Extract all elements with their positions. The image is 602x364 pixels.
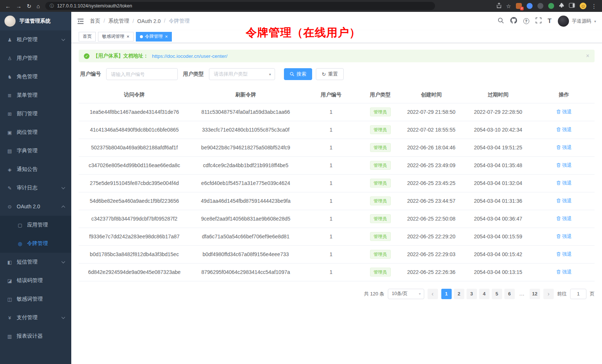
address-bar[interactable]: ⓘ 127.0.0.1:1024/system/oauth2/token (45, 2, 435, 10)
sidebar-menu-item[interactable]: ¥ 支付管理 (0, 308, 71, 327)
extension-badge-icon[interactable]: 0 (516, 3, 522, 9)
font-size-icon[interactable]: T (548, 17, 552, 25)
extensions-puzzle-icon[interactable] (559, 3, 564, 9)
menu-item-label: 部门管理 (17, 110, 37, 117)
menu-item-icon: ✎ (7, 185, 13, 191)
search-button[interactable]: 搜索 (284, 68, 312, 80)
page-number-button[interactable]: 2 (454, 289, 464, 299)
sidebar-menu-item[interactable]: ◪ 错误码管理 (0, 271, 71, 290)
menu-kebab-icon[interactable]: ⋮ (591, 3, 597, 9)
force-logout-button[interactable]: 强退 (556, 251, 572, 258)
page-number-button[interactable]: 4 (479, 289, 490, 299)
next-page-button[interactable]: › (543, 289, 554, 299)
user-type-select[interactable]: 请选择用户类型 ▾ (209, 68, 275, 80)
profile-avatar-icon[interactable]: ☺ (580, 3, 586, 9)
tab-close-icon[interactable]: × (165, 34, 168, 39)
reload-icon[interactable]: ↻ (27, 3, 32, 9)
tab-label: 首页 (83, 33, 92, 40)
sidebar-menu-item[interactable]: ◧ 短信管理 (0, 253, 71, 271)
sidebar-menu-item[interactable]: ⊞ 部门管理 (0, 105, 71, 123)
prev-page-button[interactable]: ‹ (428, 289, 438, 299)
sidebar-menu-item[interactable]: ♟ 租户管理 (0, 30, 71, 49)
user-menu[interactable]: 芋道源码 ▾ (558, 16, 596, 27)
created-time-cell: 2022-06-25 23:49:09 (400, 156, 463, 174)
user-type-badge: 管理员 (370, 107, 391, 116)
user-id-input[interactable] (106, 68, 178, 80)
forward-icon[interactable]: → (16, 3, 22, 9)
bookmark-star-icon[interactable]: ☆ (506, 3, 511, 9)
menu-item-label: 用户管理 (17, 55, 37, 62)
menu-item-icon: ♞ (7, 74, 13, 80)
total-count: 共 120 条 (364, 291, 385, 297)
doc-link[interactable]: https://doc.iocoder.cn/user-center/ (152, 53, 228, 59)
page-tab[interactable]: 首页 (79, 32, 96, 42)
fullscreen-icon[interactable] (536, 17, 542, 25)
page-tab[interactable]: 令牌管理 × (136, 32, 172, 42)
github-icon[interactable] (510, 17, 517, 25)
extension-green-icon[interactable] (548, 3, 554, 9)
chevron-icon (62, 186, 65, 189)
reset-button[interactable]: ↻ 重置 (316, 68, 344, 80)
success-check-icon: ✓ (84, 53, 89, 59)
side-panel-icon[interactable] (569, 3, 575, 9)
alert-close-icon[interactable]: × (586, 53, 589, 59)
page-number-button[interactable]: 3 (467, 289, 477, 299)
force-logout-button[interactable]: 强退 (556, 198, 572, 204)
extension-dark-icon[interactable] (537, 3, 543, 9)
breadcrumb-item[interactable]: 首页 (90, 18, 100, 24)
sidebar-menu-item[interactable]: ▣ 岗位管理 (0, 123, 71, 142)
force-logout-button[interactable]: 强退 (556, 162, 572, 169)
search-icon[interactable] (498, 17, 504, 25)
chevron-down-icon: ▾ (269, 72, 271, 76)
navbar-actions: ? T 芋道源码 ▾ (498, 16, 596, 27)
page-size-select[interactable]: 10条/页 ▾ (388, 289, 424, 299)
table-header-cell: 过期时间 (463, 87, 533, 103)
goto-page-input[interactable] (570, 289, 586, 299)
breadcrumb: 首页 系统管理 OAuth 2.0 令牌管理 (90, 18, 190, 24)
collapse-sidebar-icon[interactable] (77, 19, 84, 24)
extension-blue-icon[interactable] (527, 3, 533, 9)
sidebar-menu-item[interactable]: ⊙ OAuth 2.0 (0, 197, 71, 216)
force-logout-button[interactable]: 强退 (556, 215, 572, 222)
sidebar-menu-item[interactable]: ◫ 敏感词管理 (0, 290, 71, 308)
force-logout-button[interactable]: 强退 (556, 126, 572, 133)
sidebar-menu-item[interactable]: ♙ 用户管理 (0, 49, 71, 67)
back-icon[interactable]: ← (5, 3, 11, 9)
user-name: 芋道源码 (572, 18, 591, 24)
sidebar-menu-item[interactable]: ▥ 报表设计器 (0, 327, 71, 345)
sidebar-menu-item[interactable]: ▤ 字典管理 (0, 142, 71, 160)
breadcrumb-item[interactable]: OAuth 2.0 (132, 18, 161, 24)
sidebar-menu-item[interactable]: ▢ 应用管理 (0, 216, 71, 234)
home-icon[interactable]: ⌂ (37, 3, 40, 9)
expire-time-cell: 2054-03-04 00:13:15 (463, 263, 533, 281)
menu-item-label: 短信管理 (17, 259, 37, 265)
force-logout-button[interactable]: 强退 (556, 269, 572, 275)
force-logout-label: 强退 (562, 109, 572, 115)
sidebar-menu-item[interactable]: ◎ 令牌管理 (0, 234, 71, 253)
page-number-button[interactable]: 6 (504, 289, 515, 299)
force-logout-button[interactable]: 强退 (556, 109, 572, 115)
sidebar-menu-item[interactable]: ◈ 通知公告 (0, 160, 71, 179)
sidebar-menu-item[interactable]: ✎ 审计日志 (0, 179, 71, 197)
page-tab[interactable]: 敏感词管理 × (98, 32, 134, 42)
force-logout-button[interactable]: 强退 (556, 180, 572, 186)
tab-close-icon[interactable]: × (127, 34, 130, 39)
sidebar-menu-item[interactable]: ≣ 菜单管理 (0, 86, 71, 105)
sidebar-menu-item[interactable]: ♞ 角色管理 (0, 67, 71, 86)
page-number-button[interactable]: ... (517, 289, 527, 299)
page-number-button[interactable]: 5 (492, 289, 502, 299)
page-number-button[interactable]: 1 (441, 289, 452, 299)
site-info-icon[interactable]: ⓘ (50, 3, 54, 9)
user-type-badge: 管理员 (370, 232, 391, 241)
breadcrumb-item[interactable]: 系统管理 (104, 18, 129, 24)
help-icon[interactable]: ? (523, 18, 529, 24)
force-logout-button[interactable]: 强退 (556, 144, 572, 151)
share-icon[interactable] (497, 3, 501, 10)
page-number-button[interactable]: 12 (530, 289, 540, 299)
breadcrumb-item[interactable]: 令牌管理 (164, 18, 190, 24)
force-logout-button[interactable]: 强退 (556, 233, 572, 240)
created-time-cell: 2022-07-29 21:58:50 (400, 103, 463, 121)
refresh-token-cell: 811c530487574fa0af1a59d3abc1aa66 (190, 103, 301, 121)
chevron-icon (62, 205, 65, 209)
extension-badge-count: 0 (520, 7, 524, 10)
